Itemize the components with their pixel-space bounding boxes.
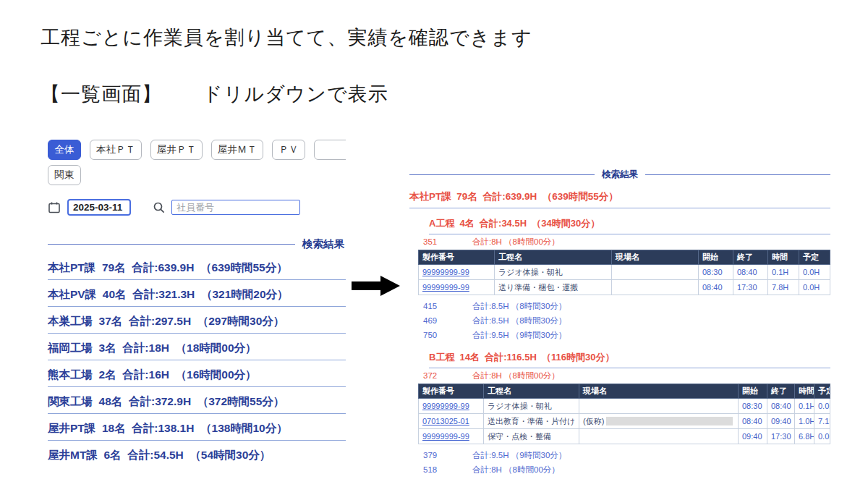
col-start: 開始 <box>699 250 733 265</box>
drilldown-panel: 検索結果 本社PT課 79名 合計:639.9H （639時間55分） A工程 … <box>409 169 830 477</box>
planned-cell: 0.0H <box>814 429 830 444</box>
list-item-honsha-pv[interactable]: 本社PV課 40名 合計:321.3H （321時間20分） <box>48 280 346 307</box>
planned-cell: 7.1H <box>814 414 830 429</box>
production-no-link[interactable]: 99999999-99 <box>419 265 495 280</box>
tab-kanto[interactable]: 関東 <box>48 165 81 185</box>
process-name-cell: ラジオ体操・朝礼 <box>484 399 579 414</box>
filter-tabs-row-1: 全体 本社ＰＴ 屋井ＰＴ 屋井ＭＴ ＰＶ <box>48 140 346 160</box>
worker-id[interactable]: 379 <box>423 451 472 460</box>
worker-entry-379[interactable]: 379 合計:9.5H （9時間30分） <box>423 448 830 462</box>
process-name-cell: 送り準備・梱包・運搬 <box>495 280 612 295</box>
production-no-link[interactable]: 99999999-99 <box>419 280 495 295</box>
worker-total: 合計:8.5H （8時間30分） <box>472 301 566 312</box>
list-item-motosu[interactable]: 本巣工場 37名 合計:297.5H （297時間30分） <box>48 307 346 334</box>
list-item-honsha-pt[interactable]: 本社PT課 79名 合計:639.9H （639時間55分） <box>48 253 346 280</box>
page-title: 工程ごとに作業員を割り当てて、実績を確認できます <box>41 25 532 51</box>
worker-id[interactable]: 469 <box>423 316 472 325</box>
worker-total: 合計:9.5H （9時間30分） <box>472 330 566 341</box>
hours-cell: 0.1H <box>768 265 799 280</box>
start-cell: 08:40 <box>739 414 767 429</box>
left-search-results-label: 検索結果 <box>302 237 344 251</box>
list-screen-panel: 全体 本社ＰＴ 屋井ＰＴ 屋井ＭＴ ＰＶ 関東 <box>48 140 346 467</box>
worker-id[interactable]: 415 <box>423 302 472 310</box>
end-cell: 08:40 <box>767 399 795 414</box>
left-search-results-divider: 検索結果 <box>48 237 346 251</box>
planned-cell: 0.0H <box>814 399 830 414</box>
production-no-link[interactable]: 99999999-99 <box>419 399 484 414</box>
process-a-detail-table: 製作番号 工程名 現場名 開始 終了 時間 予定 99999999-99 ラジオ… <box>418 250 830 295</box>
col-planned: 予定 <box>799 250 830 265</box>
start-cell: 08:30 <box>699 265 733 280</box>
employee-number-input[interactable] <box>171 200 300 215</box>
worker-entry-750[interactable]: 750 合計:9.5H （9時間30分） <box>423 328 830 342</box>
hours-cell: 0.1H <box>795 399 814 414</box>
site-name-cell <box>579 429 739 444</box>
col-hours: 時間 <box>768 250 799 265</box>
table-header-row: 製作番号 工程名 現場名 開始 終了 時間 予定 <box>419 384 830 399</box>
page-subtitle: 【一覧画面】 ドリルダウンで表示 <box>41 81 388 107</box>
department-heading[interactable]: 本社PT課 79名 合計:639.9H （639時間55分） <box>409 190 830 208</box>
list-item-fukuoka[interactable]: 福岡工場 3名 合計:18H （18時間00分） <box>48 334 346 360</box>
tab-honsha-pt[interactable]: 本社ＰＴ <box>90 140 142 160</box>
tab-clipped[interactable] <box>314 140 346 160</box>
table-row: 99999999-99 保守・点検・整備 09:40 17:30 6.8H 0.… <box>419 429 830 444</box>
col-process-name: 工程名 <box>495 250 612 265</box>
table-row: 99999999-99 送り準備・梱包・運搬 08:40 17:30 7.8H … <box>419 280 830 295</box>
table-header-row: 製作番号 工程名 現場名 開始 終了 時間 予定 <box>419 250 830 265</box>
list-item-kumamoto[interactable]: 熊本工場 2名 合計:16H （16時間00分） <box>48 360 346 387</box>
screen: 工程ごとに作業員を割り当てて、実績を確認できます 【一覧画面】 ドリルダウンで表… <box>0 0 868 487</box>
tab-yai-pt[interactable]: 屋井ＰＴ <box>150 140 203 160</box>
production-no-link[interactable]: 99999999-99 <box>419 429 484 444</box>
site-name-cell: (仮称) <box>579 414 739 429</box>
col-production-no: 製作番号 <box>419 384 484 399</box>
calendar-icon[interactable] <box>48 201 61 214</box>
worker-id[interactable]: 750 <box>423 331 472 339</box>
table-row: 99999999-99 ラジオ体操・朝礼 08:30 08:40 0.1H 0.… <box>419 399 830 414</box>
date-input[interactable] <box>67 199 131 216</box>
worker-id[interactable]: 351 <box>423 237 472 246</box>
filter-controls <box>48 199 346 216</box>
worker-total: 合計:8.5H （8時間30分） <box>472 316 566 326</box>
drilldown-arrow-icon <box>352 274 402 300</box>
list-item-kanto[interactable]: 関東工場 48名 合計:372.9H （372時間55分） <box>48 387 346 414</box>
site-name-text: (仮称) <box>583 416 604 427</box>
hours-cell: 1.0H <box>795 414 814 429</box>
filter-tabs-row-2: 関東 <box>48 165 346 185</box>
redacted-site-name <box>606 417 733 425</box>
worker-total: 合計:8H （8時間00分） <box>472 465 560 475</box>
hours-cell: 6.8H <box>795 429 814 444</box>
worker-id[interactable]: 372 <box>423 371 472 380</box>
worker-total: 合計:9.5H （9時間30分） <box>472 450 566 461</box>
worker-total: 合計:8H （8時間00分） <box>472 370 560 381</box>
list-item-yai-pt[interactable]: 屋井PT課 18名 合計:138.1H （138時間10分） <box>48 414 346 441</box>
process-b-header[interactable]: B工程 14名 合計:116.5H （116時間30分） <box>429 351 830 368</box>
end-cell: 17:30 <box>767 429 795 444</box>
start-cell: 08:40 <box>699 280 733 295</box>
end-cell: 17:30 <box>733 280 768 295</box>
col-site-name: 現場名 <box>579 384 739 399</box>
start-cell: 08:30 <box>739 399 767 414</box>
production-no-link[interactable]: 07013025-01 <box>419 414 484 429</box>
hours-cell: 7.8H <box>768 280 799 295</box>
worker-entry-351[interactable]: 351 合計:8H （8時間00分） <box>423 234 830 249</box>
tab-pv[interactable]: ＰＶ <box>272 140 305 160</box>
col-end: 終了 <box>733 250 768 265</box>
right-search-results-label: 検索結果 <box>602 169 638 181</box>
worker-total: 合計:8H （8時間00分） <box>472 237 560 247</box>
tab-yai-mt[interactable]: 屋井ＭＴ <box>211 140 263 160</box>
col-planned: 予定 <box>814 384 830 399</box>
tab-all[interactable]: 全体 <box>48 140 81 160</box>
worker-id[interactable]: 518 <box>423 465 472 474</box>
list-item-yai-mt[interactable]: 屋井MT課 6名 合計:54.5H （54時間30分） <box>48 441 346 467</box>
process-a-header[interactable]: A工程 4名 合計:34.5H （34時間30分） <box>429 217 830 234</box>
col-production-no: 製作番号 <box>419 250 495 265</box>
planned-cell: 0.0H <box>799 265 830 280</box>
divider-line <box>48 244 295 245</box>
worker-entry-372[interactable]: 372 合計:8H （8時間00分） <box>423 368 830 383</box>
col-process-name: 工程名 <box>484 384 579 399</box>
end-cell: 08:40 <box>733 265 768 280</box>
worker-entry-415[interactable]: 415 合計:8.5H （8時間30分） <box>423 299 830 313</box>
worker-entry-469[interactable]: 469 合計:8.5H （8時間30分） <box>423 313 830 328</box>
table-row: 07013025-01 送出教育・準備・片付け (仮称) 08:40 09:40… <box>419 414 830 429</box>
worker-entry-518[interactable]: 518 合計:8H （8時間00分） <box>423 462 830 477</box>
